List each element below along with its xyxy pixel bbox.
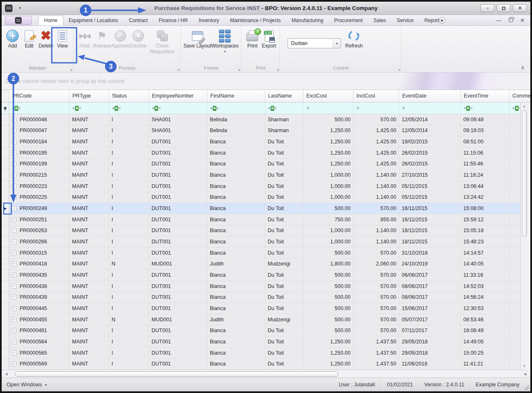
cell-inclcost[interactable]: 1,140.00 <box>353 170 399 180</box>
cell-eventtime[interactable]: 14:56:24 <box>461 292 510 303</box>
table-row[interactable]: +PR0000438MAINTIDUT001BiancaDu Toit500.0… <box>2 281 520 292</box>
cell-prtype[interactable]: MAINT <box>70 248 109 258</box>
cell-status[interactable]: I <box>109 358 149 369</box>
table-row[interactable]: +PR0000263MAINTIDUT001BiancaDu Toit1,000… <box>2 225 520 237</box>
cell-firstname[interactable]: Bianca <box>207 281 265 292</box>
table-row[interactable]: +PR0000223MAINTIDUT001BiancaDu Toit1,000… <box>2 181 520 192</box>
delete-button[interactable]: ✖Delete <box>37 27 54 64</box>
row-indicator[interactable] <box>2 192 9 203</box>
site-combobox[interactable]: Durban▼ <box>288 38 341 48</box>
cell-prcode[interactable]: +PR0000418 <box>9 259 70 270</box>
cell-firstname[interactable]: Bianca <box>207 159 265 170</box>
cell-firstname[interactable]: Bianca <box>207 358 265 369</box>
cell-employeenumber[interactable]: DUT001 <box>149 325 207 336</box>
expand-row-icon[interactable]: + <box>12 128 17 133</box>
cell-status[interactable]: I <box>109 192 149 203</box>
cell-status[interactable]: I <box>109 292 149 303</box>
cell-status[interactable]: I <box>109 170 149 180</box>
cell-lastname[interactable]: Du Toit <box>265 148 303 158</box>
scroll-right-icon[interactable]: ▶ <box>523 372 529 376</box>
row-indicator[interactable] <box>2 259 9 270</box>
row-indicator[interactable] <box>2 303 9 314</box>
cell-prcode[interactable]: +PR0000199 <box>9 159 70 170</box>
cell-prtype[interactable]: MAINT <box>70 114 109 125</box>
cell-exclcost[interactable]: 500.00 <box>303 203 353 214</box>
expand-row-icon[interactable]: + <box>12 317 17 322</box>
row-indicator[interactable] <box>2 148 9 158</box>
cell-prtype[interactable]: MAINT <box>70 259 109 270</box>
cell-prcode[interactable]: +PR0000223 <box>9 181 70 192</box>
cell-lastname[interactable]: Mudzengi <box>265 314 303 325</box>
cell-eventtime[interactable]: 14:14:57 <box>461 248 510 258</box>
cell-lastname[interactable]: Du Toit <box>265 348 303 358</box>
cell-exclcost[interactable]: 1,250.00 <box>303 125 353 136</box>
column-header-eventdate[interactable]: EventDate <box>399 90 461 102</box>
row-indicator[interactable]: ▶ <box>2 203 9 214</box>
cell-exclcost[interactable]: 500.00 <box>303 114 353 125</box>
cell-inclcost[interactable]: 570.00 <box>353 248 399 258</box>
cell-firstname[interactable]: Bianca <box>207 214 265 225</box>
view-button[interactable]: View <box>54 27 71 64</box>
cell-prtype[interactable]: MAINT <box>70 348 109 358</box>
cell-lastname[interactable]: Du Toit <box>265 203 303 214</box>
cell-inclcost[interactable]: 570.00 <box>353 114 399 125</box>
minimize-button[interactable]: – <box>480 4 495 12</box>
cell-employeenumber[interactable]: DUT001 <box>149 348 207 358</box>
cell-exclcost[interactable]: 1,250.00 <box>303 148 353 158</box>
cell-employeenumber[interactable]: DUT001 <box>149 192 207 203</box>
cell-exclcost[interactable]: 1,250.00 <box>303 159 353 170</box>
cell-eventtime[interactable]: 14:49:05 <box>461 336 510 347</box>
cell-eventdate[interactable]: 27/10/2015 <box>399 170 461 180</box>
row-indicator[interactable] <box>2 225 9 236</box>
column-header-status[interactable]: Status <box>109 90 149 102</box>
cell-status[interactable]: I <box>109 270 149 280</box>
cell-employeenumber[interactable]: SHA001 <box>149 114 207 125</box>
cell-prtype[interactable]: MAINT <box>70 192 109 203</box>
cell-eventtime[interactable]: 16:08:49 <box>461 325 510 336</box>
workspaces-button[interactable]: Workspaces▼ <box>211 27 239 64</box>
vertical-scrollbar[interactable]: ▲ ▼ <box>520 103 528 370</box>
cell-eventdate[interactable]: 29/05/2018 <box>399 336 461 347</box>
save-layout-button[interactable]: Save Layout <box>184 27 211 64</box>
cell-eventdate[interactable]: 05/11/2015 <box>399 192 461 203</box>
cell-employeenumber[interactable]: DUT001 <box>149 236 207 247</box>
cell-eventtime[interactable]: 09:09:48 <box>461 114 510 125</box>
group-dialog-launcher-icon[interactable]: ◢ <box>177 68 179 71</box>
cell-eventtime[interactable]: 14:52:03 <box>461 281 510 292</box>
cell-status[interactable]: I <box>109 325 149 336</box>
cell-lastname[interactable]: Du Toit <box>265 248 303 258</box>
cell-eventdate[interactable]: 18/11/2015 <box>399 225 461 236</box>
cell-status[interactable]: N <box>109 314 149 325</box>
cell-inclcost[interactable]: 1,140.00 <box>353 225 399 236</box>
cell-inclcost[interactable]: 1,437.50 <box>353 348 399 358</box>
cell-status[interactable]: I <box>109 336 149 347</box>
cell-inclcost[interactable]: 570.00 <box>353 325 399 336</box>
expand-row-icon[interactable]: + <box>12 350 17 355</box>
cell-prtype[interactable]: MAINT <box>70 181 109 192</box>
cell-prcode[interactable]: +PR0000435 <box>9 270 70 280</box>
cell-status[interactable]: I <box>109 136 149 147</box>
cell-eventtime[interactable]: 11:33:16 <box>461 270 510 280</box>
column-header-comments[interactable]: Comments <box>510 90 530 102</box>
expand-row-icon[interactable]: + <box>12 206 17 211</box>
cell-employeenumber[interactable]: DUT001 <box>149 358 207 369</box>
filter-cell-eventtime[interactable]: ABC <box>461 103 510 114</box>
cell-employeenumber[interactable]: MUD001 <box>149 259 207 270</box>
row-indicator[interactable] <box>2 114 9 125</box>
group-dialog-launcher-icon[interactable]: ◢ <box>398 68 400 71</box>
cell-firstname[interactable]: Bianca <box>207 248 265 258</box>
expand-row-icon[interactable]: + <box>12 284 17 289</box>
cell-lastname[interactable]: Du Toit <box>265 303 303 314</box>
cell-inclcost[interactable]: 1,437.50 <box>353 336 399 347</box>
cell-status[interactable]: I <box>109 125 149 136</box>
cell-prtype[interactable]: MAINT <box>70 236 109 247</box>
row-indicator[interactable] <box>2 236 9 247</box>
column-header-inclcost[interactable]: InclCost <box>353 90 399 102</box>
cell-comments[interactable] <box>510 303 520 314</box>
cell-inclcost[interactable]: 2,060.00 <box>353 259 399 270</box>
cell-firstname[interactable]: Bianca <box>207 303 265 314</box>
cell-exclcost[interactable]: 1,000.00 <box>303 236 353 247</box>
cell-firstname[interactable]: Bianca <box>207 170 265 180</box>
cell-exclcost[interactable]: 500.00 <box>303 270 353 280</box>
cell-inclcost[interactable]: 1,425.00 <box>353 159 399 170</box>
